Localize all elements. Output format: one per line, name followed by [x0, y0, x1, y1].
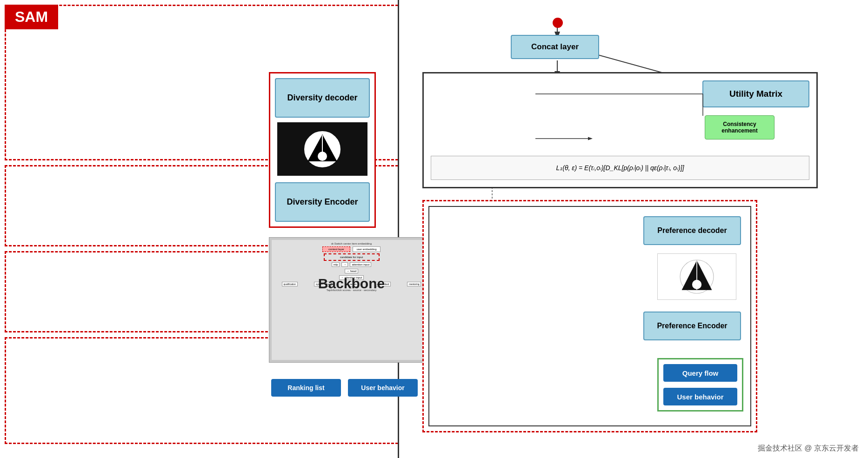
consistency-enhancement-box: Consistency enhancement	[705, 115, 775, 139]
preference-inner-box: Preference decoder Preference Encoder	[428, 206, 751, 426]
formula-box: L₁(θ, ε) = E(τᵢ,oᵢ)[D_KL[p(ρᵢ|oᵢ) || qε(…	[431, 156, 809, 180]
right-area: Concat layer Utility Matrix Consistency …	[398, 0, 868, 458]
preference-outer-box: Preference decoder Preference Encoder	[422, 200, 757, 432]
concat-layer-box: Concat layer	[511, 35, 599, 59]
user-behavior-button-2[interactable]: User behavior	[663, 388, 737, 405]
utility-matrix-area: Utility Matrix Consistency enhancement L…	[422, 72, 818, 188]
ranking-list-button[interactable]: Ranking list	[271, 379, 341, 397]
preference-green-border: Query flow User behavior	[657, 358, 743, 412]
diversity-block: Diversity decoder Diversity Encoder	[269, 72, 376, 228]
diversity-decoder-box: Diversity decoder	[275, 78, 370, 118]
user-behavior-button-1[interactable]: User behavior	[348, 379, 418, 397]
backbone-area: dr.Switch center item embedding context …	[269, 237, 434, 363]
diversity-decoder-image	[277, 122, 367, 176]
preference-decoder-image	[657, 253, 736, 300]
utility-matrix-box: Utility Matrix	[702, 80, 809, 107]
diversity-encoder-box: Diversity Encoder	[275, 182, 370, 222]
backbone-label: Backbone	[318, 276, 385, 292]
sam-label: SAM	[5, 5, 58, 29]
query-flow-button[interactable]: Query flow	[663, 364, 737, 382]
watermark: 掘金技术社区 @ 京东云开发者	[758, 444, 859, 453]
red-dot	[553, 18, 563, 28]
preference-decoder-box: Preference decoder	[643, 216, 741, 245]
preference-encoder-box: Preference Encoder	[643, 312, 741, 340]
